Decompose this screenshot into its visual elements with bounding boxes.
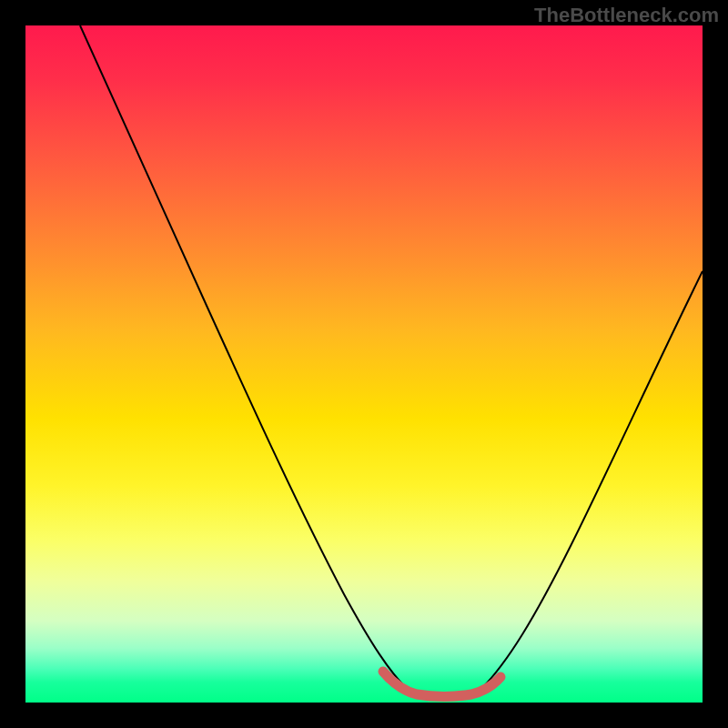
right-curve — [480, 271, 703, 690]
bottleneck-highlight — [383, 672, 500, 697]
curve-layer — [25, 25, 703, 703]
left-curve — [80, 25, 408, 690]
watermark-text: TheBottleneck.com — [534, 4, 719, 27]
plot-area — [25, 25, 703, 703]
